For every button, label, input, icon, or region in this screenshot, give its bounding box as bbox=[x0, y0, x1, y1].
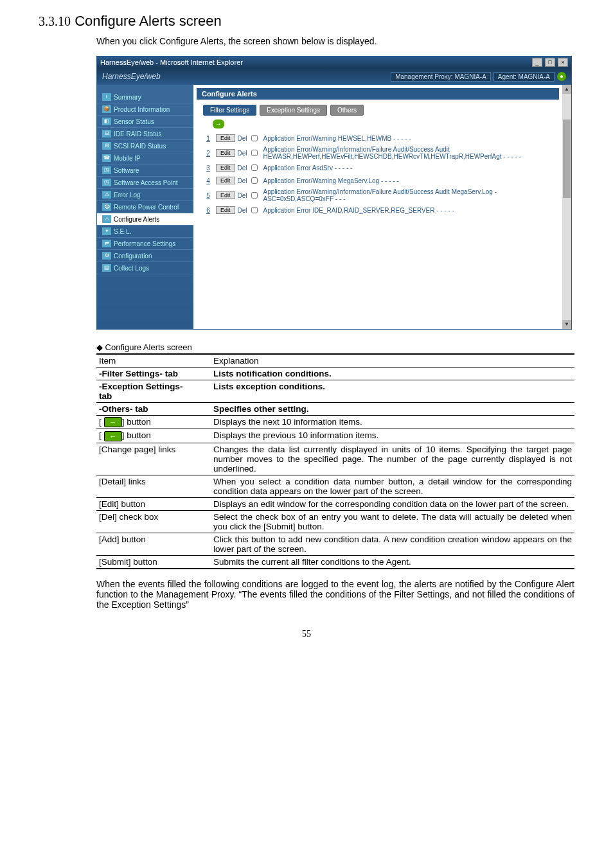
del-label: Del bbox=[238, 135, 247, 142]
table-explanation: Lists notification conditions. bbox=[211, 368, 574, 380]
sidebar-item-label: Remote Power Control bbox=[114, 204, 179, 211]
filter-list: 1EditDelApplication Error/Warning HEWSEL… bbox=[197, 132, 559, 217]
detail-link[interactable]: 5 bbox=[203, 192, 213, 199]
section-number: 3.3.10 bbox=[39, 14, 71, 28]
tab-others[interactable]: Others bbox=[330, 105, 364, 116]
edit-button[interactable]: Edit bbox=[216, 134, 235, 142]
table-item: [Detail] links bbox=[96, 475, 211, 497]
close-button[interactable]: × bbox=[558, 58, 568, 67]
detail-link[interactable]: 3 bbox=[203, 164, 213, 172]
detail-link[interactable]: 1 bbox=[203, 135, 213, 142]
sidebar-item-sensor-status[interactable]: ◧Sensor Status bbox=[97, 116, 193, 128]
explanation-table: Item Explanation -Filter Settings- tabLi… bbox=[96, 353, 574, 569]
filter-row: 4EditDelApplication Error/Warning MegaSe… bbox=[203, 174, 559, 187]
del-checkbox[interactable] bbox=[251, 207, 258, 213]
sidebar-item-s-e-l-[interactable]: ✦S.E.L. bbox=[97, 226, 193, 238]
sidebar-item-mobile-ip[interactable]: ☎Mobile IP bbox=[97, 152, 193, 164]
detail-link[interactable]: 2 bbox=[203, 150, 213, 157]
sidebar-item-configure-alerts[interactable]: ⚠Configure Alerts bbox=[97, 213, 193, 226]
sidebar-item-error-log[interactable]: ⚠Error Log bbox=[97, 189, 193, 201]
next-page-button[interactable]: → bbox=[213, 120, 224, 128]
table-item: [] button bbox=[96, 429, 211, 443]
table-item: [Edit] button bbox=[96, 497, 211, 510]
sidebar-item-software[interactable]: ◳Software bbox=[97, 164, 193, 177]
legend-title: ◆ Configure Alerts screen bbox=[96, 342, 574, 352]
table-header-row: Item Explanation bbox=[96, 354, 574, 368]
tab-filter-settings[interactable]: Filter Settings bbox=[203, 105, 256, 116]
del-checkbox[interactable] bbox=[251, 164, 258, 171]
sidebar: iSummary📦Product Information◧Sensor Stat… bbox=[97, 85, 193, 329]
del-checkbox[interactable] bbox=[251, 177, 258, 184]
sidebar-item-remote-power-control[interactable]: ⏻Remote Power Control bbox=[97, 201, 193, 213]
table-explanation: Displays the next 10 information items. bbox=[211, 416, 574, 429]
page-links[interactable]: 1 2 bbox=[229, 121, 238, 128]
screenshot-figure: HarnessEye/web - Microsoft Internet Expl… bbox=[96, 56, 572, 330]
sidebar-item-label: Mobile IP bbox=[114, 155, 141, 162]
window-controls: _ □ × bbox=[531, 58, 568, 67]
table-row: -Filter Settings- tabLists notification … bbox=[96, 368, 574, 380]
filter-desc: Application Error/Warning/Information/Fa… bbox=[263, 188, 559, 202]
del-label: Del bbox=[238, 192, 247, 199]
table-row: [Add] buttonClick this button to add new… bbox=[96, 533, 574, 555]
sidebar-icon: i bbox=[102, 93, 111, 101]
sidebar-item-label: S.E.L. bbox=[114, 228, 131, 235]
table-item: [Del] check box bbox=[96, 510, 211, 533]
sidebar-item-summary[interactable]: iSummary bbox=[97, 91, 193, 103]
table-explanation: Displays an edit window for the correspo… bbox=[211, 497, 574, 510]
sidebar-item-label: Software Access Point bbox=[114, 179, 178, 186]
table-row: [Detail] linksWhen you select a conditio… bbox=[96, 475, 574, 497]
tab-row: Filter Settings Exception Settings Other… bbox=[203, 105, 559, 116]
sidebar-item-label: Software bbox=[114, 167, 139, 174]
scroll-up-icon[interactable]: ▲ bbox=[562, 85, 571, 94]
brand-logo: HarnessEye/web bbox=[102, 72, 161, 81]
intro-paragraph: When you click Configure Alerts, the scr… bbox=[96, 36, 574, 46]
del-checkbox[interactable] bbox=[251, 192, 258, 199]
pager: → 1 2 bbox=[213, 120, 559, 128]
table-item: [Change page] links bbox=[96, 443, 211, 475]
edit-button[interactable]: Edit bbox=[216, 191, 235, 199]
detail-link[interactable]: 4 bbox=[203, 177, 213, 184]
scroll-thumb[interactable] bbox=[563, 120, 571, 198]
sidebar-item-configuration[interactable]: ⚙Configuration bbox=[97, 250, 193, 262]
proxy-chip[interactable]: Management Proxy: MAGNIA-A bbox=[391, 72, 491, 82]
filter-row: 5EditDelApplication Error/Warning/Inform… bbox=[203, 187, 559, 204]
del-checkbox[interactable] bbox=[251, 135, 258, 141]
edit-button[interactable]: Edit bbox=[216, 206, 235, 214]
table-row: [] buttonDisplays the next 10 informatio… bbox=[96, 416, 574, 429]
sidebar-icon: ◳ bbox=[102, 166, 111, 174]
filter-row: 3EditDelApplication Error AsdSrv - - - -… bbox=[203, 161, 559, 174]
edit-button[interactable]: Edit bbox=[216, 177, 235, 184]
filter-row: 1EditDelApplication Error/Warning HEWSEL… bbox=[203, 132, 559, 145]
sidebar-item-performance-settings[interactable]: ⇄Performance Settings bbox=[97, 238, 193, 250]
sidebar-icon: ⚙ bbox=[102, 252, 111, 260]
table-explanation: Displays the previous 10 information ite… bbox=[211, 429, 574, 443]
sidebar-item-product-information[interactable]: 📦Product Information bbox=[97, 103, 193, 116]
sidebar-item-label: Product Information bbox=[114, 106, 170, 113]
go-button[interactable]: ● bbox=[557, 72, 566, 81]
sidebar-item-label: IDE RAID Status bbox=[114, 130, 161, 137]
sidebar-item-label: Error Log bbox=[114, 191, 141, 199]
maximize-button[interactable]: □ bbox=[545, 58, 555, 67]
table-explanation: Specifies other setting. bbox=[211, 403, 574, 416]
scrollbar[interactable]: ▲ ▼ bbox=[562, 85, 571, 329]
sidebar-item-label: Performance Settings bbox=[114, 240, 175, 247]
filter-row: 2EditDelApplication Error/Warning/Inform… bbox=[203, 145, 559, 161]
window-title: HarnessEye/web - Microsoft Internet Expl… bbox=[100, 58, 243, 66]
sidebar-item-collect-logs[interactable]: ▤Collect Logs bbox=[97, 262, 193, 274]
table-row: [Del] check boxSelect the check box of a… bbox=[96, 510, 574, 533]
table-item: [Add] button bbox=[96, 533, 211, 555]
sidebar-item-software-access-point[interactable]: ◳Software Access Point bbox=[97, 177, 193, 189]
minimize-button[interactable]: _ bbox=[532, 58, 542, 67]
detail-link[interactable]: 6 bbox=[203, 207, 213, 214]
table-explanation: When you select a condition data number … bbox=[211, 475, 574, 497]
table-row: -Exception Settings- tabLists exception … bbox=[96, 380, 574, 403]
sidebar-item-ide-raid-status[interactable]: ⊟IDE RAID Status bbox=[97, 128, 193, 140]
tab-exception-settings[interactable]: Exception Settings bbox=[260, 105, 327, 116]
edit-button[interactable]: Edit bbox=[216, 149, 235, 157]
scroll-down-icon[interactable]: ▼ bbox=[562, 320, 571, 329]
sidebar-item-scsi-raid-status[interactable]: ⊟SCSI RAID Status bbox=[97, 140, 193, 152]
edit-button[interactable]: Edit bbox=[216, 164, 235, 172]
agent-chip[interactable]: Agent: MAGNIA-A bbox=[493, 72, 555, 82]
del-checkbox[interactable] bbox=[251, 150, 258, 156]
arrow-icon bbox=[104, 417, 122, 427]
